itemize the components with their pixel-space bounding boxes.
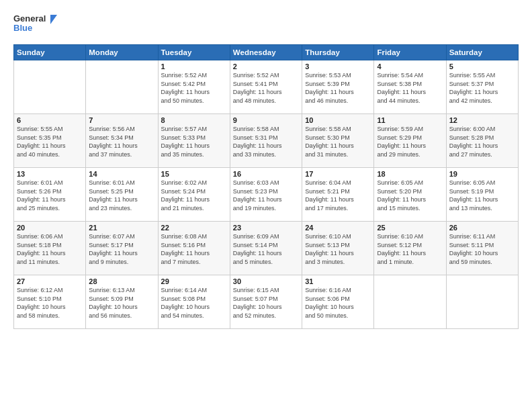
day-info: Sunrise: 5:52 AM Sunset: 5:41 PM Dayligh…	[233, 71, 299, 105]
calendar-cell: 21Sunrise: 6:07 AM Sunset: 5:17 PM Dayli…	[86, 222, 158, 275]
day-number: 26	[449, 224, 515, 232]
day-info: Sunrise: 6:16 AM Sunset: 5:06 PM Dayligh…	[305, 286, 371, 320]
weekday-header-friday: Friday	[374, 45, 446, 60]
day-number: 15	[161, 170, 227, 178]
calendar-cell: 15Sunrise: 6:02 AM Sunset: 5:24 PM Dayli…	[158, 168, 230, 222]
page-header: GeneralBlue	[13, 12, 519, 38]
week-row-1: 1Sunrise: 5:52 AM Sunset: 5:42 PM Daylig…	[14, 60, 519, 114]
day-info: Sunrise: 5:55 AM Sunset: 5:37 PM Dayligh…	[449, 71, 515, 105]
day-number: 24	[305, 224, 371, 232]
day-number: 13	[17, 170, 83, 178]
calendar-cell: 24Sunrise: 6:10 AM Sunset: 5:13 PM Dayli…	[302, 222, 374, 275]
svg-marker-2	[50, 15, 57, 24]
day-info: Sunrise: 6:05 AM Sunset: 5:20 PM Dayligh…	[377, 179, 443, 212]
calendar-cell: 3Sunrise: 5:53 AM Sunset: 5:39 PM Daylig…	[302, 60, 374, 114]
calendar-cell: 23Sunrise: 6:09 AM Sunset: 5:14 PM Dayli…	[230, 222, 302, 275]
day-info: Sunrise: 6:04 AM Sunset: 5:21 PM Dayligh…	[305, 179, 371, 212]
week-row-2: 6Sunrise: 5:55 AM Sunset: 5:35 PM Daylig…	[14, 114, 519, 168]
day-info: Sunrise: 5:53 AM Sunset: 5:39 PM Dayligh…	[305, 71, 371, 105]
day-number: 1	[161, 62, 227, 71]
calendar-cell: 20Sunrise: 6:06 AM Sunset: 5:18 PM Dayli…	[14, 222, 86, 275]
day-number: 18	[377, 170, 443, 178]
day-number: 20	[17, 224, 83, 232]
calendar-cell: 22Sunrise: 6:08 AM Sunset: 5:16 PM Dayli…	[158, 222, 230, 275]
day-number: 19	[449, 170, 515, 178]
day-number: 11	[377, 116, 443, 124]
calendar-cell: 6Sunrise: 5:55 AM Sunset: 5:35 PM Daylig…	[14, 114, 86, 168]
calendar-cell: 7Sunrise: 5:56 AM Sunset: 5:34 PM Daylig…	[86, 114, 158, 168]
day-info: Sunrise: 5:55 AM Sunset: 5:35 PM Dayligh…	[17, 125, 83, 158]
day-number: 16	[233, 170, 299, 178]
logo-svg: GeneralBlue	[13, 12, 60, 38]
day-info: Sunrise: 6:02 AM Sunset: 5:24 PM Dayligh…	[161, 179, 227, 212]
day-info: Sunrise: 5:52 AM Sunset: 5:42 PM Dayligh…	[161, 71, 227, 105]
calendar-cell: 18Sunrise: 6:05 AM Sunset: 5:20 PM Dayli…	[374, 168, 446, 222]
weekday-header-row: SundayMondayTuesdayWednesdayThursdayFrid…	[14, 45, 519, 60]
calendar-cell: 5Sunrise: 5:55 AM Sunset: 5:37 PM Daylig…	[446, 60, 518, 114]
day-info: Sunrise: 6:15 AM Sunset: 5:07 PM Dayligh…	[233, 286, 299, 320]
day-info: Sunrise: 5:54 AM Sunset: 5:38 PM Dayligh…	[377, 71, 443, 105]
calendar-cell: 13Sunrise: 6:01 AM Sunset: 5:26 PM Dayli…	[14, 168, 86, 222]
calendar-cell: 29Sunrise: 6:14 AM Sunset: 5:08 PM Dayli…	[158, 275, 230, 329]
day-number: 27	[17, 277, 83, 285]
calendar-cell: 31Sunrise: 6:16 AM Sunset: 5:06 PM Dayli…	[302, 275, 374, 329]
day-number: 17	[305, 170, 371, 178]
day-info: Sunrise: 6:03 AM Sunset: 5:23 PM Dayligh…	[233, 179, 299, 212]
day-number: 29	[161, 277, 227, 285]
logo: GeneralBlue	[13, 12, 60, 38]
calendar-cell: 27Sunrise: 6:12 AM Sunset: 5:10 PM Dayli…	[14, 275, 86, 329]
day-info: Sunrise: 6:10 AM Sunset: 5:12 PM Dayligh…	[377, 232, 443, 266]
day-number: 31	[305, 277, 371, 285]
day-info: Sunrise: 6:01 AM Sunset: 5:25 PM Dayligh…	[89, 179, 154, 212]
weekday-header-tuesday: Tuesday	[158, 45, 230, 60]
day-info: Sunrise: 6:05 AM Sunset: 5:19 PM Dayligh…	[449, 179, 515, 212]
day-number: 4	[377, 62, 443, 71]
day-number: 8	[161, 116, 227, 124]
day-number: 25	[377, 224, 443, 232]
day-number: 6	[17, 116, 83, 124]
weekday-header-thursday: Thursday	[302, 45, 374, 60]
calendar-cell: 2Sunrise: 5:52 AM Sunset: 5:41 PM Daylig…	[230, 60, 302, 114]
day-info: Sunrise: 6:13 AM Sunset: 5:09 PM Dayligh…	[89, 286, 154, 320]
svg-text:Blue: Blue	[13, 23, 32, 33]
calendar-cell: 28Sunrise: 6:13 AM Sunset: 5:09 PM Dayli…	[86, 275, 158, 329]
day-number: 21	[89, 224, 154, 232]
day-info: Sunrise: 6:12 AM Sunset: 5:10 PM Dayligh…	[17, 286, 83, 320]
calendar-cell: 30Sunrise: 6:15 AM Sunset: 5:07 PM Dayli…	[230, 275, 302, 329]
day-info: Sunrise: 6:14 AM Sunset: 5:08 PM Dayligh…	[161, 286, 227, 320]
calendar-cell	[374, 275, 446, 329]
day-number: 22	[161, 224, 227, 232]
week-row-4: 20Sunrise: 6:06 AM Sunset: 5:18 PM Dayli…	[14, 222, 519, 275]
calendar-cell	[446, 275, 518, 329]
calendar-cell: 16Sunrise: 6:03 AM Sunset: 5:23 PM Dayli…	[230, 168, 302, 222]
calendar-cell: 10Sunrise: 5:58 AM Sunset: 5:30 PM Dayli…	[302, 114, 374, 168]
calendar-cell: 19Sunrise: 6:05 AM Sunset: 5:19 PM Dayli…	[446, 168, 518, 222]
day-info: Sunrise: 6:09 AM Sunset: 5:14 PM Dayligh…	[233, 232, 299, 266]
weekday-header-wednesday: Wednesday	[230, 45, 302, 60]
day-info: Sunrise: 6:10 AM Sunset: 5:13 PM Dayligh…	[305, 232, 371, 266]
week-row-3: 13Sunrise: 6:01 AM Sunset: 5:26 PM Dayli…	[14, 168, 519, 222]
calendar-cell: 14Sunrise: 6:01 AM Sunset: 5:25 PM Dayli…	[86, 168, 158, 222]
calendar-cell: 8Sunrise: 5:57 AM Sunset: 5:33 PM Daylig…	[158, 114, 230, 168]
day-info: Sunrise: 5:58 AM Sunset: 5:31 PM Dayligh…	[233, 125, 299, 158]
calendar-cell: 11Sunrise: 5:59 AM Sunset: 5:29 PM Dayli…	[374, 114, 446, 168]
day-info: Sunrise: 6:11 AM Sunset: 5:11 PM Dayligh…	[449, 232, 515, 266]
calendar-cell: 25Sunrise: 6:10 AM Sunset: 5:12 PM Dayli…	[374, 222, 446, 275]
day-number: 3	[305, 62, 371, 71]
day-number: 9	[233, 116, 299, 124]
day-number: 7	[89, 116, 154, 124]
calendar-cell: 17Sunrise: 6:04 AM Sunset: 5:21 PM Dayli…	[302, 168, 374, 222]
week-row-5: 27Sunrise: 6:12 AM Sunset: 5:10 PM Dayli…	[14, 275, 519, 329]
day-number: 28	[89, 277, 154, 285]
day-number: 5	[449, 62, 515, 71]
calendar-cell	[86, 60, 158, 114]
calendar-cell: 26Sunrise: 6:11 AM Sunset: 5:11 PM Dayli…	[446, 222, 518, 275]
calendar-cell: 4Sunrise: 5:54 AM Sunset: 5:38 PM Daylig…	[374, 60, 446, 114]
day-number: 2	[233, 62, 299, 71]
day-number: 10	[305, 116, 371, 124]
day-info: Sunrise: 6:08 AM Sunset: 5:16 PM Dayligh…	[161, 232, 227, 266]
day-info: Sunrise: 5:58 AM Sunset: 5:30 PM Dayligh…	[305, 125, 371, 158]
day-number: 30	[233, 277, 299, 285]
day-number: 12	[449, 116, 515, 124]
day-number: 14	[89, 170, 154, 178]
